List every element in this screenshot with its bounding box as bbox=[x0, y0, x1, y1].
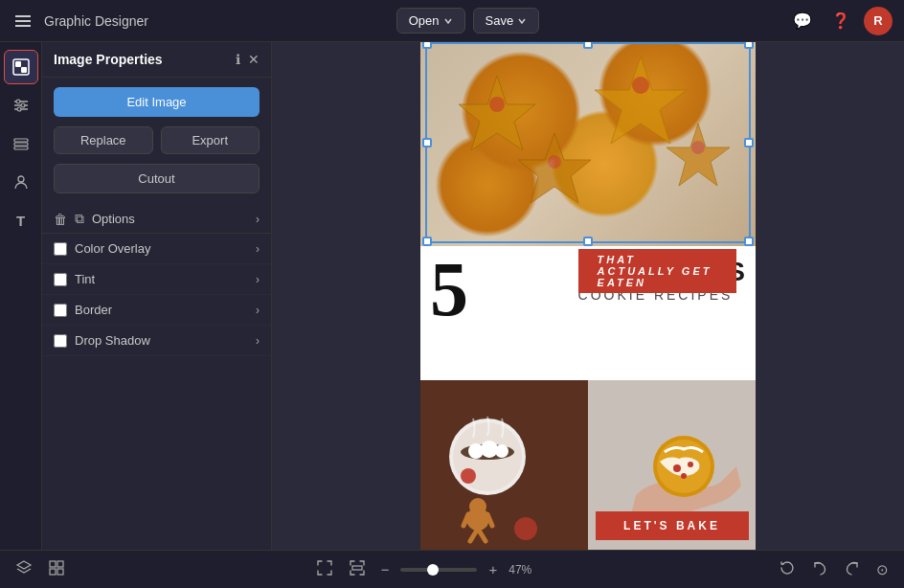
export-button[interactable]: Export bbox=[161, 126, 260, 154]
svg-point-7 bbox=[21, 103, 25, 107]
number-display: 5 bbox=[430, 251, 468, 328]
property-tint: Tint › bbox=[42, 264, 271, 295]
sidebar-icon-text[interactable]: T bbox=[4, 203, 38, 237]
svg-point-18 bbox=[632, 77, 649, 94]
app-title: Graphic Designer bbox=[44, 13, 148, 29]
svg-point-39 bbox=[673, 464, 681, 472]
reset-icon[interactable] bbox=[775, 555, 800, 583]
color-overlay-checkbox[interactable] bbox=[54, 242, 67, 256]
tagline-banner: THAT ACTUALLY GET EATEN bbox=[578, 249, 736, 293]
more-icon[interactable]: ⊙ bbox=[872, 557, 893, 582]
avatar[interactable]: R bbox=[864, 7, 893, 35]
svg-marker-14 bbox=[595, 57, 687, 144]
svg-rect-43 bbox=[57, 561, 63, 567]
drop-shadow-checkbox[interactable] bbox=[54, 334, 67, 348]
drop-shadow-label: Drop Shadow bbox=[75, 333, 248, 348]
svg-rect-45 bbox=[57, 569, 63, 575]
svg-point-40 bbox=[688, 462, 693, 467]
svg-rect-10 bbox=[14, 143, 28, 146]
zoom-slider-container[interactable] bbox=[400, 568, 477, 572]
border-label: Border bbox=[75, 303, 248, 317]
svg-point-34 bbox=[461, 468, 476, 484]
tint-checkbox[interactable] bbox=[54, 273, 67, 286]
sidebar-icon-elements[interactable] bbox=[4, 50, 38, 84]
drop-shadow-chevron[interactable]: › bbox=[256, 334, 260, 348]
svg-point-8 bbox=[17, 107, 21, 111]
svg-point-19 bbox=[548, 155, 561, 169]
sidebar-icon-people[interactable] bbox=[4, 165, 38, 199]
svg-rect-44 bbox=[50, 569, 56, 575]
border-checkbox[interactable] bbox=[54, 304, 67, 317]
color-overlay-chevron[interactable]: › bbox=[256, 242, 260, 256]
duplicate-icon[interactable]: ⧉ bbox=[75, 211, 84, 227]
zoom-in-icon[interactable]: + bbox=[485, 557, 501, 581]
photo-left[interactable] bbox=[420, 380, 588, 550]
open-button[interactable]: Open bbox=[396, 8, 465, 34]
bottom-bar: − + 47% ⊙ bbox=[0, 550, 904, 588]
panel-title: Image Properties bbox=[54, 52, 163, 67]
redo-icon[interactable] bbox=[840, 555, 865, 583]
zoom-percent: 47% bbox=[508, 563, 531, 577]
svg-rect-1 bbox=[15, 61, 21, 67]
text-section: 5 CHRISTMAS COOKIE RECIPES THAT ACTUALLY… bbox=[420, 246, 756, 380]
icon-sidebar: T bbox=[0, 42, 42, 550]
svg-rect-42 bbox=[50, 561, 56, 567]
svg-marker-16 bbox=[667, 124, 730, 186]
grid-icon[interactable] bbox=[44, 555, 69, 583]
design-canvas: 5 CHRISTMAS COOKIE RECIPES THAT ACTUALLY… bbox=[420, 42, 756, 550]
sidebar-icon-adjust[interactable] bbox=[4, 88, 38, 123]
lets-bake-button[interactable]: LET'S BAKE bbox=[596, 511, 749, 540]
svg-point-27 bbox=[495, 444, 508, 458]
svg-rect-9 bbox=[14, 139, 28, 142]
svg-rect-11 bbox=[14, 147, 28, 149]
svg-point-35 bbox=[514, 517, 537, 540]
topbar: Graphic Designer Open Save 💬 ❓ R bbox=[0, 0, 904, 42]
properties-panel: Image Properties ℹ ✕ Edit Image Replace … bbox=[42, 42, 272, 550]
cookie-image-top[interactable] bbox=[420, 42, 756, 248]
cutout-button[interactable]: Cutout bbox=[54, 164, 260, 193]
help-icon[interactable]: ❓ bbox=[825, 6, 856, 36]
photo-right[interactable]: LET'S BAKE bbox=[588, 380, 756, 550]
svg-marker-13 bbox=[459, 76, 535, 150]
svg-rect-2 bbox=[21, 67, 27, 73]
property-color-overlay: Color Overlay › bbox=[42, 234, 271, 264]
info-icon[interactable]: ℹ bbox=[236, 52, 240, 67]
svg-point-20 bbox=[691, 141, 705, 154]
replace-button[interactable]: Replace bbox=[54, 126, 153, 154]
edit-image-button[interactable]: Edit Image bbox=[54, 87, 260, 117]
border-chevron[interactable]: › bbox=[256, 304, 260, 317]
canvas-area[interactable]: 5 CHRISTMAS COOKIE RECIPES THAT ACTUALLY… bbox=[272, 42, 904, 550]
zoom-out-icon[interactable]: − bbox=[377, 557, 394, 581]
tint-chevron[interactable]: › bbox=[256, 273, 260, 286]
options-chevron-icon[interactable]: › bbox=[256, 213, 260, 226]
svg-point-6 bbox=[16, 100, 20, 103]
svg-point-29 bbox=[469, 498, 486, 515]
hamburger-menu[interactable] bbox=[11, 11, 34, 31]
layers-icon[interactable] bbox=[11, 555, 36, 583]
property-drop-shadow: Drop Shadow › bbox=[42, 326, 271, 356]
property-border: Border › bbox=[42, 295, 271, 326]
close-icon[interactable]: ✕ bbox=[248, 52, 260, 67]
svg-point-12 bbox=[18, 176, 24, 182]
sidebar-icon-layers[interactable] bbox=[4, 126, 38, 161]
fit-screen-icon[interactable] bbox=[312, 555, 337, 583]
chat-icon[interactable]: 💬 bbox=[787, 6, 818, 36]
svg-rect-46 bbox=[352, 566, 362, 570]
undo-icon[interactable] bbox=[807, 555, 832, 583]
svg-point-17 bbox=[489, 97, 505, 112]
options-label: Options bbox=[92, 212, 248, 226]
fit-width-icon[interactable] bbox=[345, 555, 370, 583]
bottom-section: LET'S BAKE bbox=[420, 380, 756, 550]
save-button[interactable]: Save bbox=[473, 8, 540, 34]
color-overlay-label: Color Overlay bbox=[75, 241, 248, 256]
trash-icon[interactable]: 🗑 bbox=[54, 212, 67, 227]
tint-label: Tint bbox=[75, 272, 248, 286]
svg-point-41 bbox=[681, 473, 687, 479]
